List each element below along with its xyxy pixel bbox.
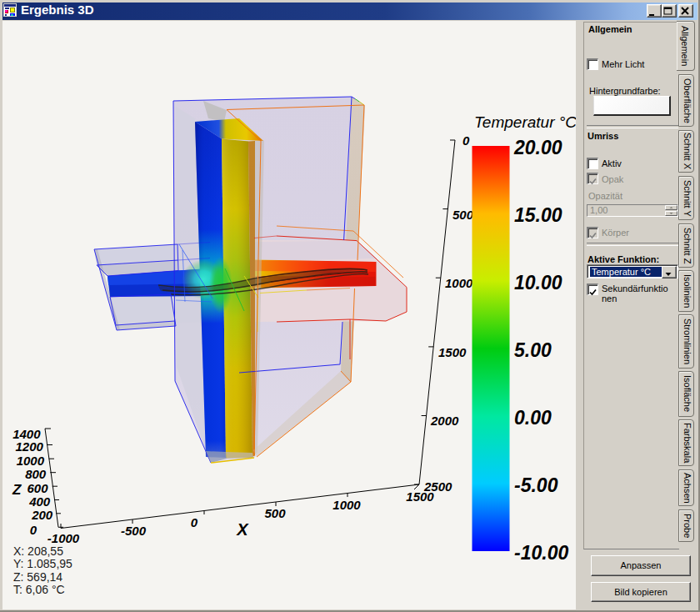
svg-text:1000: 1000: [17, 454, 45, 468]
svg-text:400: 400: [28, 494, 51, 509]
svg-text:-500: -500: [121, 524, 147, 538]
svg-text:15.00: 15.00: [514, 204, 562, 226]
svg-text:2000: 2000: [430, 414, 459, 428]
svg-text:0.00: 0.00: [514, 407, 552, 429]
svg-text:500: 500: [452, 208, 474, 222]
svg-text:800: 800: [25, 467, 47, 481]
svg-text:X: 208,55: X: 208,55: [13, 544, 63, 558]
svg-text:20.00: 20.00: [513, 137, 562, 158]
svg-text:600: 600: [27, 481, 48, 495]
svg-text:-1000: -1000: [48, 531, 80, 545]
svg-text:500: 500: [264, 506, 286, 520]
svg-text:Z: 569,14: Z: 569,14: [13, 570, 62, 584]
svg-text:Temperatur °C: Temperatur °C: [474, 113, 576, 131]
svg-text:X: X: [236, 520, 249, 539]
svg-text:-5.00: -5.00: [514, 474, 558, 496]
svg-text:-10.00: -10.00: [514, 542, 568, 564]
svg-text:10.00: 10.00: [514, 272, 562, 293]
svg-text:5.00: 5.00: [514, 339, 552, 361]
svg-text:0: 0: [30, 523, 38, 537]
svg-text:1000: 1000: [445, 276, 473, 290]
svg-text:1200: 1200: [16, 439, 44, 454]
svg-text:1500: 1500: [438, 345, 467, 359]
svg-text:Y: 1.085,95: Y: 1.085,95: [13, 557, 72, 570]
svg-text:0: 0: [462, 133, 470, 148]
svg-text:200: 200: [31, 508, 53, 522]
svg-text:Z: Z: [12, 482, 22, 498]
svg-text:0: 0: [191, 515, 198, 529]
svg-text:1000: 1000: [332, 498, 361, 512]
svg-text:T: 6,06 °C: T: 6,06 °C: [13, 583, 65, 596]
svg-text:2500: 2500: [423, 479, 452, 494]
